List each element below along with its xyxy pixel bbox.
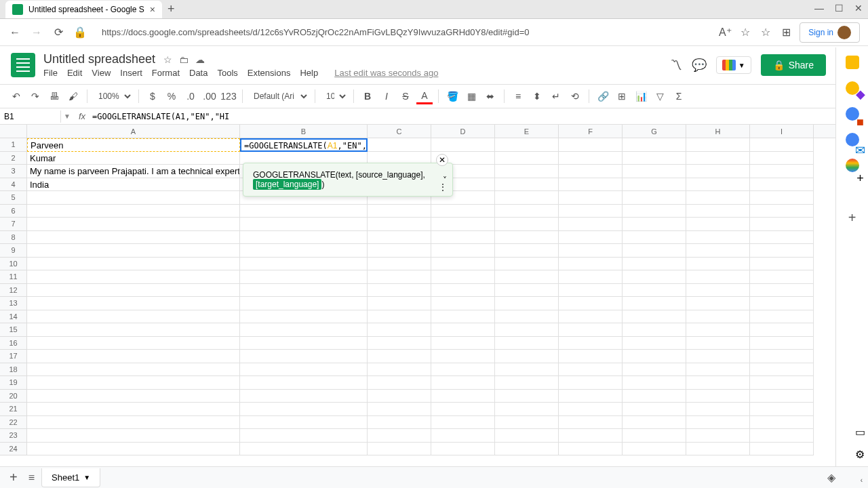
cell[interactable] — [623, 376, 686, 390]
cell[interactable] — [559, 390, 623, 403]
row-header[interactable]: 14 — [0, 310, 27, 324]
cell[interactable] — [750, 297, 814, 310]
new-tab-button[interactable]: + — [167, 2, 175, 16]
cell[interactable] — [623, 337, 686, 350]
star-icon[interactable]: ☆ — [163, 54, 172, 65]
cell[interactable] — [431, 390, 495, 403]
cell[interactable] — [431, 297, 495, 310]
cell[interactable] — [750, 429, 814, 443]
col-header-B[interactable]: B — [240, 125, 368, 138]
cell[interactable] — [623, 258, 686, 271]
cell[interactable] — [495, 350, 559, 363]
cell[interactable] — [495, 284, 559, 298]
cell[interactable] — [240, 403, 368, 416]
close-tab-icon[interactable]: × — [150, 4, 155, 15]
cell[interactable] — [559, 231, 623, 245]
row-header[interactable]: 2 — [0, 152, 27, 165]
rotate-icon[interactable]: ⟲ — [567, 88, 583, 104]
cell[interactable] — [431, 244, 495, 258]
cell[interactable] — [623, 205, 686, 218]
cell[interactable] — [559, 403, 623, 416]
cell[interactable] — [686, 165, 750, 178]
cell[interactable]: Kumar — [27, 152, 240, 165]
cell[interactable] — [686, 258, 750, 271]
cell[interactable] — [686, 284, 750, 298]
cell[interactable] — [368, 337, 431, 350]
expand-hint-icon[interactable]: ˬ — [443, 169, 447, 178]
cell[interactable] — [750, 310, 814, 324]
lock-icon[interactable]: 🔒 — [73, 26, 87, 39]
undo-icon[interactable]: ↶ — [8, 88, 24, 104]
cell[interactable] — [686, 244, 750, 258]
sheets-logo-icon[interactable] — [11, 53, 35, 77]
formula-input[interactable] — [91, 110, 868, 123]
edge-office-icon[interactable]: ■ — [856, 115, 864, 129]
cell[interactable] — [686, 323, 750, 337]
italic-icon[interactable]: I — [378, 88, 395, 104]
cell[interactable] — [495, 270, 559, 284]
cell[interactable] — [686, 152, 750, 165]
cell[interactable] — [495, 138, 559, 152]
cell[interactable] — [559, 416, 623, 430]
cell[interactable] — [431, 416, 495, 430]
read-aloud-icon[interactable]: A⁺ — [718, 26, 732, 39]
cell[interactable] — [368, 138, 431, 152]
cell[interactable] — [686, 416, 750, 430]
row-header[interactable]: 3 — [0, 165, 27, 178]
cell[interactable] — [27, 323, 240, 337]
cell[interactable] — [750, 376, 814, 390]
cell[interactable] — [686, 337, 750, 350]
collections-icon[interactable]: ☆ — [759, 26, 772, 39]
url-input[interactable] — [95, 23, 710, 41]
cell[interactable] — [559, 350, 623, 363]
cell[interactable] — [27, 284, 240, 298]
row-header[interactable]: 13 — [0, 297, 27, 310]
cell[interactable] — [623, 152, 686, 165]
cell[interactable] — [559, 310, 623, 324]
valign-icon[interactable]: ⬍ — [529, 88, 545, 104]
cell[interactable] — [559, 258, 623, 271]
cell[interactable] — [686, 191, 750, 205]
cell[interactable] — [27, 297, 240, 310]
row-header[interactable]: 17 — [0, 350, 27, 363]
cell[interactable] — [27, 231, 240, 245]
cell[interactable] — [686, 270, 750, 284]
calendar-icon[interactable] — [846, 56, 859, 69]
cell[interactable] — [686, 310, 750, 324]
halign-icon[interactable]: ≡ — [510, 88, 526, 104]
cell[interactable] — [559, 138, 623, 152]
close-window-icon[interactable]: ✕ — [854, 3, 863, 14]
row-header[interactable]: 21 — [0, 403, 27, 416]
all-sheets-icon[interactable]: ≡ — [28, 472, 35, 484]
cell[interactable] — [686, 231, 750, 245]
cell[interactable] — [623, 284, 686, 298]
cell[interactable] — [368, 403, 431, 416]
cell[interactable] — [686, 218, 750, 231]
move-icon[interactable]: 🗀 — [179, 54, 189, 65]
cell[interactable] — [750, 390, 814, 403]
row-header[interactable]: 15 — [0, 323, 27, 337]
edge-more-icon[interactable]: + — [856, 171, 864, 186]
edge-copilot-icon[interactable]: ◆ — [856, 87, 865, 102]
menu-data[interactable]: Data — [189, 68, 208, 78]
cell[interactable] — [27, 416, 240, 430]
cell[interactable] — [27, 376, 240, 390]
row-header[interactable]: 24 — [0, 443, 27, 456]
menu-tools[interactable]: Tools — [217, 68, 237, 78]
cell[interactable] — [431, 284, 495, 298]
cell[interactable] — [495, 323, 559, 337]
cell[interactable] — [27, 270, 240, 284]
cell[interactable] — [495, 297, 559, 310]
menu-extensions[interactable]: Extensions — [248, 68, 291, 78]
row-header[interactable]: 16 — [0, 337, 27, 350]
cell[interactable] — [495, 152, 559, 165]
cell[interactable] — [240, 310, 368, 324]
cell[interactable] — [559, 443, 623, 456]
cell[interactable] — [240, 416, 368, 430]
cell[interactable] — [240, 350, 368, 363]
last-edit-link[interactable]: Last edit was seconds ago — [334, 68, 438, 78]
cell[interactable] — [750, 178, 814, 192]
cell[interactable] — [623, 191, 686, 205]
cell[interactable] — [686, 363, 750, 377]
cell[interactable] — [623, 416, 686, 430]
